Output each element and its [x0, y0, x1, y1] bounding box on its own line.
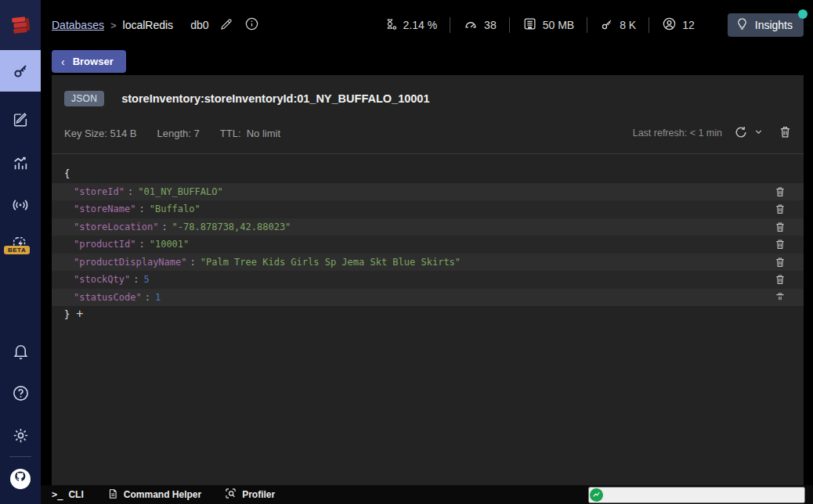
key-name[interactable]: storeInventory:storeInventoryId:01_NY_BU…	[121, 92, 429, 105]
commands-per-sec-icon	[463, 17, 479, 34]
key-icon	[11, 62, 30, 81]
key-size: Key Size: 514 B	[64, 128, 137, 139]
cli-toggle[interactable]: >_ CLI	[52, 489, 84, 500]
sidebar-item-pubsub[interactable]	[0, 188, 41, 222]
last-refresh-text: Last refresh: < 1 min	[633, 128, 722, 139]
key-header: JSON storeInventory:storeInventoryId:01_…	[52, 75, 804, 106]
json-key[interactable]: "stockQty"	[74, 274, 130, 285]
cli-label: CLI	[68, 489, 83, 500]
row-delete-button[interactable]	[774, 238, 786, 253]
stat-clients: 12	[649, 16, 707, 34]
info-icon	[244, 16, 259, 34]
survey-link[interactable]: We value your input. Please take our sur…	[588, 487, 805, 503]
json-value[interactable]: 1	[155, 292, 161, 303]
json-viewer: { "storeId":"01_NY_BUFFALO" "storeName":…	[52, 165, 804, 324]
key-type-badge: JSON	[64, 91, 104, 106]
json-value[interactable]: "01_NY_BUFFALO"	[138, 186, 222, 197]
key-meta-row: Key Size: 514 B Length: 7 TTL: No limit …	[52, 122, 804, 144]
refresh-key-button[interactable]	[733, 124, 749, 142]
terminal-icon: >_	[52, 489, 63, 500]
sidebar-item-help[interactable]	[0, 376, 41, 410]
github-icon	[13, 470, 28, 488]
key-length: Length: 7	[157, 128, 200, 139]
stat-cpu: 2.14 %	[371, 17, 450, 34]
stat-cpu-value: 2.14 %	[403, 19, 438, 31]
breadcrumb-db-name: localRedis	[123, 19, 174, 31]
back-to-browser-button[interactable]: ‹ Browser	[52, 50, 126, 73]
survey-icon	[590, 488, 603, 502]
json-open-line: {	[52, 165, 804, 183]
json-value[interactable]: "-78.878738,42.88023"	[172, 221, 291, 232]
chevron-down-icon	[753, 127, 764, 139]
json-row-productId: "productId":"10001"	[52, 236, 804, 254]
row-delete-button[interactable]	[774, 291, 786, 306]
chevron-left-icon: ‹	[61, 56, 65, 68]
redisinsight-app: BETA	[0, 0, 813, 504]
breadcrumb-databases-link[interactable]: Databases	[52, 19, 104, 31]
row-delete-button[interactable]	[774, 273, 786, 288]
browser-button-label: Browser	[73, 56, 114, 67]
json-row-statusCode: "statusCode":1	[52, 289, 804, 307]
sidebar: BETA	[0, 0, 41, 504]
panel-divider	[52, 153, 804, 154]
json-key[interactable]: "storeName"	[74, 203, 136, 214]
row-delete-button[interactable]	[774, 256, 786, 271]
row-delete-button[interactable]	[774, 203, 786, 218]
profiler-toggle[interactable]: Profiler	[225, 488, 275, 502]
auto-refresh-dropdown[interactable]	[753, 127, 764, 139]
total-keys-icon	[600, 17, 614, 34]
json-row-productDisplayName: "productDisplayName":"Palm Tree Kids Gir…	[52, 254, 804, 272]
help-icon	[12, 384, 30, 402]
json-value[interactable]: "Palm Tree Kids Girls Sp Jema Skt Blue S…	[201, 257, 461, 268]
json-key[interactable]: "productId"	[74, 239, 136, 250]
command-helper-toggle[interactable]: Command Helper	[107, 488, 201, 502]
breadcrumb-separator: >	[110, 20, 117, 31]
json-value[interactable]: "Buffalo"	[150, 203, 201, 214]
json-key[interactable]: "storeId"	[74, 186, 125, 197]
survey-text: We value your input. Please take our sur…	[610, 489, 804, 500]
bell-icon	[12, 342, 30, 360]
analytics-icon	[12, 155, 29, 172]
row-delete-button[interactable]	[774, 221, 786, 236]
key-details-panel: JSON storeInventory:storeInventoryId:01_…	[52, 75, 804, 485]
command-helper-label: Command Helper	[124, 489, 201, 500]
sidebar-item-workbench[interactable]	[0, 103, 41, 137]
json-value[interactable]: "10001"	[150, 239, 190, 250]
stat-keys-value: 8 K	[620, 19, 636, 31]
sidebar-item-settings[interactable]	[0, 418, 41, 452]
add-field-button[interactable]: +	[76, 307, 83, 321]
row-delete-button[interactable]	[774, 185, 786, 200]
json-value[interactable]: 5	[143, 274, 149, 285]
topbar: Databases > localRedis db0	[41, 0, 813, 50]
sidebar-item-browser[interactable]	[0, 50, 41, 92]
db-index: db0	[190, 19, 208, 31]
stat-commands-value: 38	[484, 19, 497, 31]
sidebar-item-triggers[interactable]	[0, 226, 41, 261]
json-row-storeLocation: "storeLocation":"-78.878738,42.88023"	[52, 218, 804, 236]
document-icon	[107, 488, 118, 502]
json-key[interactable]: "productDisplayName"	[74, 257, 187, 268]
key-ttl[interactable]: TTL: No limit	[220, 128, 280, 139]
insights-notification-dot	[798, 9, 808, 19]
json-key[interactable]: "statusCode"	[74, 292, 142, 303]
insights-label: Insights	[755, 19, 793, 31]
redis-logo[interactable]	[0, 0, 41, 50]
cpu-usage-icon	[384, 17, 398, 34]
insights-button[interactable]: Insights	[728, 13, 804, 37]
redis-logo-icon	[9, 13, 32, 37]
sidebar-item-github[interactable]	[10, 469, 31, 489]
pencil-icon	[219, 17, 233, 34]
stat-memory: 50 MB	[510, 16, 587, 34]
key-actions: Last refresh: < 1 min	[633, 124, 793, 142]
delete-key-button[interactable]	[778, 124, 793, 142]
edit-db-alias-button[interactable]	[219, 17, 233, 34]
stat-commands: 38	[450, 17, 509, 34]
stat-memory-value: 50 MB	[543, 19, 574, 31]
pubsub-icon	[11, 196, 30, 214]
gear-icon	[12, 427, 30, 445]
sidebar-item-analytics[interactable]	[0, 146, 41, 181]
sidebar-item-notifications[interactable]	[0, 333, 41, 368]
db-info-button[interactable]	[244, 16, 259, 34]
json-key[interactable]: "storeLocation"	[74, 221, 158, 232]
stat-keys: 8 K	[587, 17, 649, 34]
